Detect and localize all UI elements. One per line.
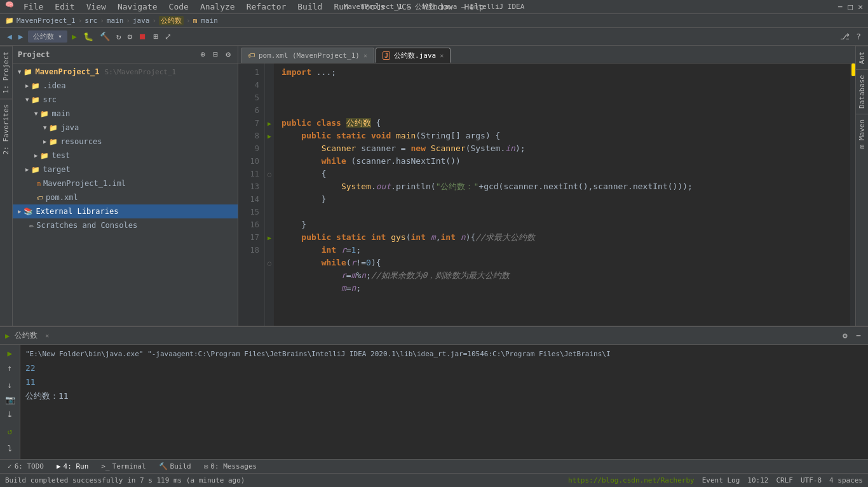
project-tab[interactable]: 1: Project xyxy=(0,46,12,98)
ant-tab[interactable]: Ant xyxy=(856,46,868,69)
expand-button[interactable]: ⤢ xyxy=(163,30,173,43)
tree-scratches[interactable]: ✏ Scratches and Consoles xyxy=(13,218,238,232)
tree-idea[interactable]: ▶ 📁 .idea xyxy=(13,79,238,93)
menu-edit[interactable]: Edit xyxy=(53,1,76,13)
settings-button[interactable]: ⚙ xyxy=(126,30,135,43)
tree-root[interactable]: ▼ 📁 MavenProject_1 S:\MavenProject_1 xyxy=(13,65,238,79)
code-editor[interactable]: import ...; public class 公约数 { public st… xyxy=(274,63,855,326)
breadcrumb-method-label[interactable]: main xyxy=(201,17,218,25)
tree-test[interactable]: ▶ 📁 test xyxy=(13,149,238,163)
run-close-tab[interactable]: ✕ xyxy=(45,332,49,339)
tree-ext-lib-label: External Libraries xyxy=(36,207,118,216)
favorites-tab[interactable]: 2: Favorites xyxy=(0,98,12,159)
toolbar-left: ◀ ▶ 公约数 ▾ ▶ 🐛 🔨 ↻ ⚙ ⏹ ⊞ ⤢ xyxy=(5,30,173,43)
maven-tab[interactable]: m Maven xyxy=(856,114,868,154)
run-output-line-2: 11 xyxy=(25,375,863,389)
run-header: ▶ 公约数 ✕ ⚙ − xyxy=(0,327,868,345)
run-tab-icon: ▶ xyxy=(57,462,61,470)
breadcrumb-part[interactable]: 📁 xyxy=(5,17,14,25)
breadcrumb-class[interactable]: 公约数 xyxy=(159,16,184,25)
terminal-tab[interactable]: >_ Terminal xyxy=(96,460,151,473)
window-controls: − □ ✕ xyxy=(838,2,863,11)
stop-button[interactable]: ⏹ xyxy=(137,30,149,43)
build-tab[interactable]: 🔨 Build xyxy=(154,460,196,473)
tab-java-close[interactable]: ✕ xyxy=(440,52,444,59)
breadcrumb-java[interactable]: java xyxy=(133,17,150,25)
csdn-link[interactable]: https://blog.csdn.net/Racherby xyxy=(568,476,695,484)
database-tab[interactable]: Database xyxy=(856,69,868,114)
git-button[interactable]: ⎇ xyxy=(838,30,851,43)
tab-pom[interactable]: 🏷 pom.xml (MavenProject_1) ✕ xyxy=(241,48,374,63)
tree-main[interactable]: ▼ 📁 main xyxy=(13,107,238,121)
run-restart-button[interactable]: ▶ xyxy=(6,347,15,359)
breadcrumb-method[interactable]: m xyxy=(193,17,198,25)
layout-button[interactable]: ⊞ xyxy=(151,30,160,43)
run-tab[interactable]: ▶ 4: Run xyxy=(51,460,93,473)
breadcrumb-src[interactable]: src xyxy=(85,17,97,25)
back-button[interactable]: ◀ xyxy=(5,30,14,43)
tab-java[interactable]: J 公约数.java ✕ xyxy=(376,48,451,63)
run-down-button[interactable]: ↓ xyxy=(6,379,15,391)
run-settings-button[interactable]: ⚙ xyxy=(841,330,850,342)
tab-java-label: 公约数.java xyxy=(394,51,436,60)
scrollbar-track[interactable] xyxy=(850,63,855,326)
rerun-button[interactable]: ↺ xyxy=(6,425,15,437)
encoding[interactable]: UTF-8 xyxy=(801,476,822,484)
run-collapse-button[interactable]: − xyxy=(854,330,863,342)
breadcrumb-project[interactable]: MavenProject_1 xyxy=(17,17,76,25)
sidebar-title: Project xyxy=(18,50,50,59)
indent-info[interactable]: 4 spaces xyxy=(829,476,863,484)
soft-wrap-button[interactable]: ⤵ xyxy=(6,443,14,455)
help-icon[interactable]: ? xyxy=(854,30,863,43)
menu-navigate[interactable]: Navigate xyxy=(116,1,159,13)
run-header-left: ▶ 公约数 ✕ xyxy=(5,330,49,341)
tree-java[interactable]: ▼ 📁 java xyxy=(13,121,238,135)
todo-label: 6: TODO xyxy=(15,462,44,470)
title-bar: 🧠 File Edit View Navigate Code Analyze R… xyxy=(0,0,868,14)
add-icon[interactable]: ⊕ xyxy=(199,48,208,60)
tree-target[interactable]: ▶ 📁 target xyxy=(13,163,238,177)
messages-tab[interactable]: ✉ 0: Messages xyxy=(199,460,262,473)
tree-resources[interactable]: ▶ 📁 resources xyxy=(13,135,238,149)
scroll-end-button[interactable]: ⤓ xyxy=(4,408,15,420)
gear-icon[interactable]: ⚙ xyxy=(224,48,233,60)
run-output[interactable]: "E:\New Folder\bin\java.exe" "-javaagent… xyxy=(20,345,868,459)
editor-content[interactable]: 1 4 5 6 7 8 9 10 11 13 14 15 16 17 18 xyxy=(238,63,855,326)
run-up-button[interactable]: ↑ xyxy=(6,362,15,374)
update-button[interactable]: ↻ xyxy=(114,30,123,43)
menu-code[interactable]: Code xyxy=(167,1,191,13)
tree-ext-lib[interactable]: ▶ 📚 External Libraries xyxy=(13,204,238,218)
close-button[interactable]: ✕ xyxy=(858,2,863,11)
tree-iml[interactable]: m MavenProject_1.iml xyxy=(13,177,238,190)
todo-tab[interactable]: ✓ 6: TODO xyxy=(3,460,49,473)
run-content: ▶ ↑ ↓ 📷 ⤓ ↺ ⤵ 🗑 "E:\New Folder\bin\java.… xyxy=(0,345,868,459)
build-button[interactable]: 🔨 xyxy=(98,30,112,43)
forward-button[interactable]: ▶ xyxy=(17,30,25,43)
breadcrumb-main[interactable]: main xyxy=(107,17,124,25)
line-separator[interactable]: CRLF xyxy=(776,476,793,484)
sidebar-icons: ⊕ ⊟ ⚙ xyxy=(199,48,233,60)
minimize-button[interactable]: − xyxy=(838,2,843,11)
menu-view[interactable]: View xyxy=(85,1,108,13)
tree-pom[interactable]: 🏷 pom.xml xyxy=(13,190,238,204)
tree-src[interactable]: ▼ 📁 src xyxy=(13,93,238,107)
left-panel-tabs: 1: Project 2: Favorites xyxy=(0,46,13,326)
menu-refactor[interactable]: Refactor xyxy=(245,1,288,13)
run-title: 公约数 xyxy=(15,330,37,341)
scrollbar-thumb[interactable] xyxy=(851,63,855,76)
menu-build[interactable]: Build xyxy=(295,1,324,13)
menu-file[interactable]: File xyxy=(22,1,45,13)
collapse-all-icon[interactable]: ⊟ xyxy=(211,48,220,60)
event-log[interactable]: Event Log xyxy=(702,476,740,484)
capture-button[interactable]: 📷 xyxy=(3,394,17,406)
status-bar: Build completed successfully in 7 s 119 … xyxy=(0,473,868,487)
project-selector[interactable]: 公约数 ▾ xyxy=(28,30,67,43)
debug-button[interactable]: 🐛 xyxy=(81,30,95,43)
editor-tabs: 🏷 pom.xml (MavenProject_1) ✕ J 公约数.java … xyxy=(238,46,855,63)
tab-pom-close[interactable]: ✕ xyxy=(363,52,367,59)
iml-icon: m xyxy=(37,180,41,187)
run-config-button[interactable]: ▶ xyxy=(70,30,79,43)
maximize-button[interactable]: □ xyxy=(848,2,853,11)
menu-analyze[interactable]: Analyze xyxy=(198,1,237,13)
tree-idea-label: .idea xyxy=(43,81,65,90)
